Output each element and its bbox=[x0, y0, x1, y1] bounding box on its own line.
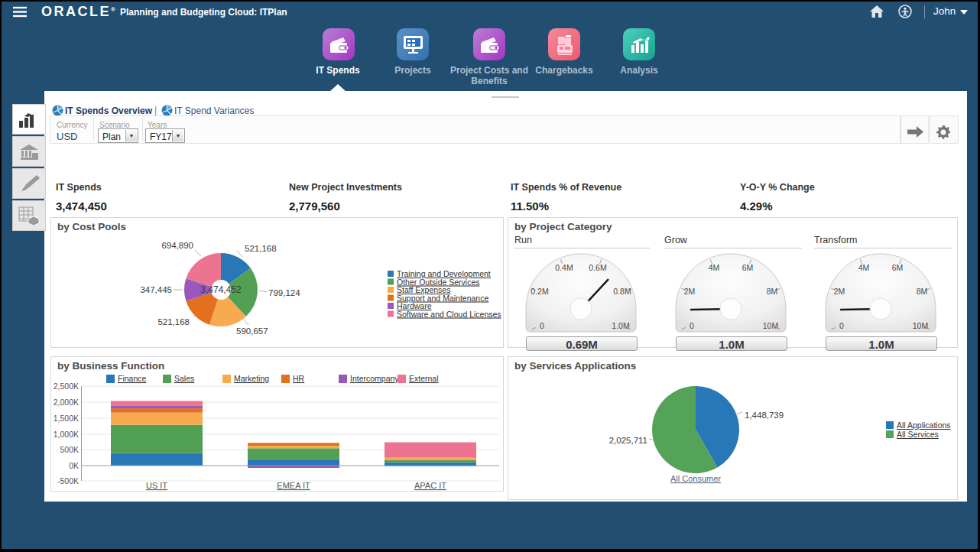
svg-text:590,657: 590,657 bbox=[236, 326, 268, 336]
svg-text:1,500K: 1,500K bbox=[54, 414, 79, 423]
svg-text:8M: 8M bbox=[917, 287, 928, 296]
svg-text:US IT: US IT bbox=[146, 481, 167, 490]
svg-text:0: 0 bbox=[540, 321, 544, 330]
svg-text:4M: 4M bbox=[709, 263, 720, 272]
svg-text:799,124: 799,124 bbox=[268, 288, 300, 297]
svg-text:Marketing: Marketing bbox=[234, 374, 269, 383]
svg-text:0: 0 bbox=[839, 321, 844, 330]
svg-text:500K: 500K bbox=[60, 445, 79, 454]
svg-text:3,474,452: 3,474,452 bbox=[200, 284, 242, 295]
svg-text:0.4M: 0.4M bbox=[555, 263, 573, 272]
svg-text:-500K: -500K bbox=[57, 476, 79, 485]
svg-text:521,168: 521,168 bbox=[157, 317, 190, 326]
svg-text:6M: 6M bbox=[742, 263, 754, 272]
svg-text:1.0M: 1.0M bbox=[612, 321, 629, 330]
svg-text:Sales: Sales bbox=[174, 374, 194, 383]
svg-text:Intercompany: Intercompany bbox=[350, 374, 399, 383]
svg-text:HR: HR bbox=[293, 374, 305, 383]
svg-text:Finance: Finance bbox=[118, 374, 147, 383]
svg-text:0.8M: 0.8M bbox=[613, 287, 631, 296]
svg-text:2M: 2M bbox=[834, 287, 845, 296]
svg-text:10M: 10M bbox=[763, 321, 778, 330]
svg-text:All Services: All Services bbox=[897, 430, 939, 439]
svg-text:Software and Cloud Licenses: Software and Cloud Licenses bbox=[397, 310, 501, 319]
svg-text:0.6M: 0.6M bbox=[589, 263, 606, 272]
svg-text:8M: 8M bbox=[767, 287, 778, 296]
svg-text:APAC IT: APAC IT bbox=[414, 481, 446, 490]
svg-text:All Consumer: All Consumer bbox=[670, 474, 721, 483]
svg-text:External: External bbox=[409, 374, 439, 383]
svg-text:2M: 2M bbox=[684, 287, 696, 296]
svg-text:2,000K: 2,000K bbox=[54, 398, 79, 407]
svg-text:2,025,711: 2,025,711 bbox=[609, 436, 647, 445]
svg-text:6M: 6M bbox=[892, 263, 904, 272]
svg-text:1,000K: 1,000K bbox=[54, 430, 79, 439]
svg-text:347,445: 347,445 bbox=[140, 285, 172, 294]
svg-text:0K: 0K bbox=[69, 461, 79, 470]
svg-text:4M: 4M bbox=[858, 263, 870, 272]
svg-text:1,448,739: 1,448,739 bbox=[745, 411, 784, 420]
svg-text:0: 0 bbox=[690, 321, 694, 330]
svg-text:2,500K: 2,500K bbox=[54, 382, 79, 391]
svg-text:EMEA IT: EMEA IT bbox=[277, 481, 310, 490]
svg-text:0.2M: 0.2M bbox=[531, 287, 548, 296]
svg-text:694,890: 694,890 bbox=[161, 241, 193, 250]
svg-text:All Applications: All Applications bbox=[897, 420, 951, 430]
svg-text:521,168: 521,168 bbox=[245, 244, 277, 253]
svg-text:10M: 10M bbox=[913, 321, 928, 330]
